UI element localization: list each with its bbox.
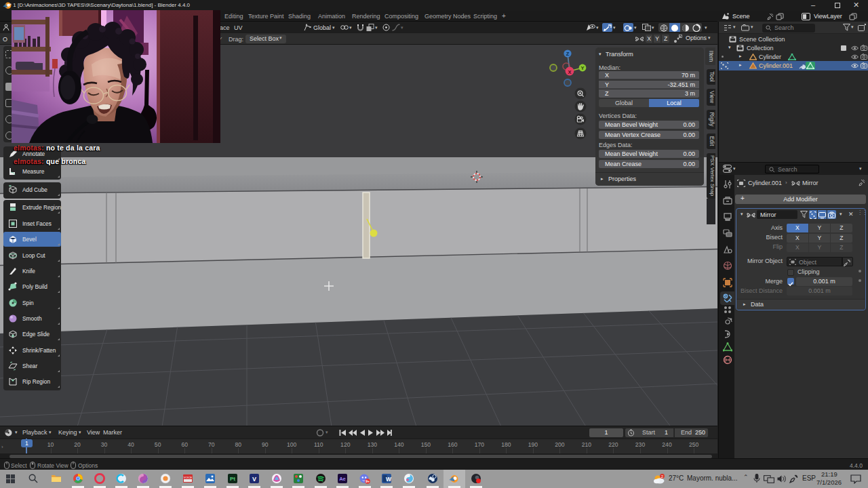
- svg-text:V: V: [252, 476, 256, 483]
- svg-text:Ae: Ae: [339, 476, 346, 482]
- svg-text:Pt: Pt: [230, 476, 235, 482]
- svg-text:W: W: [386, 476, 392, 483]
- svg-text:Z: Z: [566, 51, 570, 57]
- svg-text:X: X: [568, 69, 571, 75]
- svg-text:Y: Y: [580, 65, 584, 71]
- svg-text:9+: 9+: [366, 479, 370, 483]
- svg-text:VOICE: VOICE: [184, 476, 193, 479]
